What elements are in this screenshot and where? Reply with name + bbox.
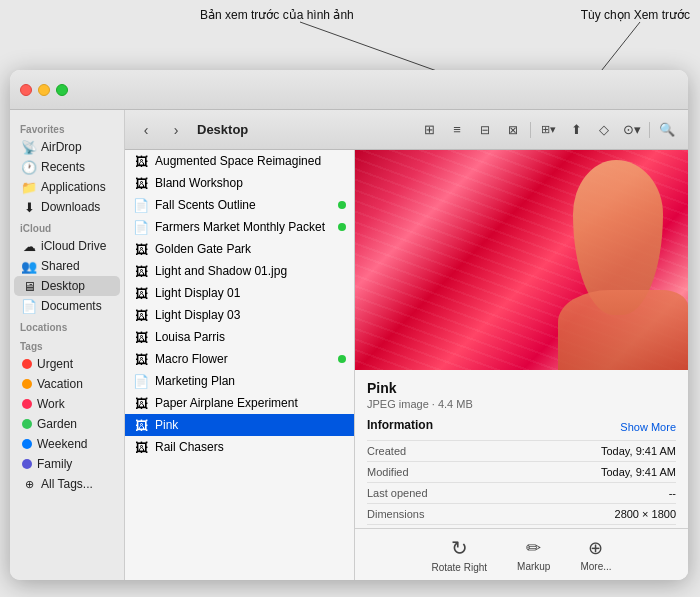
- sidebar-item-recents[interactable]: 🕐 Recents: [14, 157, 120, 177]
- file-icon: 📄: [133, 197, 149, 213]
- airdrop-label: AirDrop: [41, 140, 82, 154]
- row-label: Dimensions: [367, 504, 447, 525]
- file-icon: 🖼: [133, 351, 149, 367]
- sidebar-item-garden[interactable]: Garden: [14, 414, 120, 434]
- back-button[interactable]: ‹: [133, 119, 159, 141]
- weekend-dot: [22, 439, 32, 449]
- show-more-link[interactable]: Show More: [620, 421, 676, 433]
- rotate-right-button[interactable]: ↻ Rotate Right: [431, 536, 487, 573]
- file-item-bland[interactable]: 🖼 Bland Workshop: [125, 172, 354, 194]
- file-icon: 🖼: [133, 439, 149, 455]
- row-value: 2800 × 1800: [447, 504, 676, 525]
- markup-icon: ✏: [526, 537, 541, 559]
- body-shape: [558, 290, 688, 370]
- maximize-button[interactable]: [56, 84, 68, 96]
- table-row: Modified Today, 9:41 AM: [367, 462, 676, 483]
- file-name: Light and Shadow 01.jpg: [155, 264, 346, 278]
- sidebar-item-all-tags[interactable]: ⊕ All Tags...: [14, 474, 120, 494]
- recents-label: Recents: [41, 160, 85, 174]
- file-item-augmented[interactable]: 🖼 Augmented Space Reimagined: [125, 150, 354, 172]
- work-dot: [22, 399, 32, 409]
- garden-label: Garden: [37, 417, 77, 431]
- file-name: Louisa Parris: [155, 330, 346, 344]
- gallery-view-button[interactable]: ⊠: [500, 119, 526, 141]
- list-view-button[interactable]: ≡: [444, 119, 470, 141]
- file-item-light-display-01[interactable]: 🖼 Light Display 01: [125, 282, 354, 304]
- file-name: Golden Gate Park: [155, 242, 346, 256]
- favorites-section-label: Favorites: [10, 118, 124, 137]
- weekend-label: Weekend: [37, 437, 87, 451]
- sidebar-item-desktop[interactable]: 🖥 Desktop: [14, 276, 120, 296]
- file-item-macro-flower[interactable]: 🖼 Macro Flower: [125, 348, 354, 370]
- close-button[interactable]: [20, 84, 32, 96]
- forward-button[interactable]: ›: [163, 119, 189, 141]
- file-item-light-shadow[interactable]: 🖼 Light and Shadow 01.jpg: [125, 260, 354, 282]
- file-item-golden[interactable]: 🖼 Golden Gate Park: [125, 238, 354, 260]
- sidebar-item-downloads[interactable]: ⬇ Downloads: [14, 197, 120, 217]
- file-icon: 🖼: [133, 285, 149, 301]
- table-row: Dimensions 2800 × 1800: [367, 504, 676, 525]
- file-preview-area: 🖼 Augmented Space Reimagined 🖼 Bland Wor…: [125, 150, 688, 580]
- vacation-label: Vacation: [37, 377, 83, 391]
- icon-view-button[interactable]: ⊞: [416, 119, 442, 141]
- file-name: Rail Chasers: [155, 440, 346, 454]
- more-label: More...: [580, 561, 611, 572]
- shared-label: Shared: [41, 259, 80, 273]
- sidebar-item-airdrop[interactable]: 📡 AirDrop: [14, 137, 120, 157]
- icloud-drive-icon: ☁: [22, 239, 36, 253]
- file-item-paper-airplane[interactable]: 🖼 Paper Airplane Experiment: [125, 392, 354, 414]
- applications-label: Applications: [41, 180, 106, 194]
- file-icon: 🖼: [133, 175, 149, 191]
- vacation-dot: [22, 379, 32, 389]
- icloud-drive-label: iCloud Drive: [41, 239, 106, 253]
- sidebar: Favorites 📡 AirDrop 🕐 Recents 📁 Applicat…: [10, 110, 125, 580]
- image-preview-annotation: Bản xem trước của hình ảnh: [200, 8, 354, 22]
- file-item-pink[interactable]: 🖼 Pink: [125, 414, 354, 436]
- file-icon: 🖼: [133, 395, 149, 411]
- search-button[interactable]: 🔍: [654, 119, 680, 141]
- preview-options-annotation: Tùy chọn Xem trước: [581, 8, 690, 22]
- locations-section-label: Locations: [10, 316, 124, 335]
- annotation-area: Bản xem trước của hình ảnh Tùy chọn Xem …: [0, 0, 700, 597]
- file-area: ‹ › Desktop ⊞ ≡ ⊟ ⊠ ⊞▾ ⬆ ◇ ⊙▾ 🔍: [125, 110, 688, 580]
- quicklook-button[interactable]: ⊙▾: [619, 119, 645, 141]
- column-view-button[interactable]: ⊟: [472, 119, 498, 141]
- action-menu-button[interactable]: ⊞▾: [535, 119, 561, 141]
- markup-label: Markup: [517, 561, 550, 572]
- sidebar-item-work[interactable]: Work: [14, 394, 120, 414]
- file-item-rail[interactable]: 🖼 Rail Chasers: [125, 436, 354, 458]
- sidebar-item-urgent[interactable]: Urgent: [14, 354, 120, 374]
- file-icon: 🖼: [133, 153, 149, 169]
- preview-panel: Pink JPEG image · 4.4 MB Information Sho…: [355, 150, 688, 580]
- sidebar-item-family[interactable]: Family: [14, 454, 120, 474]
- file-item-marketing[interactable]: 📄 Marketing Plan: [125, 370, 354, 392]
- minimize-button[interactable]: [38, 84, 50, 96]
- tag-button[interactable]: ◇: [591, 119, 617, 141]
- markup-button[interactable]: ✏ Markup: [517, 537, 550, 572]
- toolbar-separator-1: [530, 122, 531, 138]
- file-item-fall[interactable]: 📄 Fall Scents Outline: [125, 194, 354, 216]
- urgent-dot: [22, 359, 32, 369]
- downloads-icon: ⬇: [22, 200, 36, 214]
- sidebar-item-shared[interactable]: 👥 Shared: [14, 256, 120, 276]
- traffic-lights: [20, 84, 68, 96]
- more-button[interactable]: ⊕ More...: [580, 537, 611, 572]
- file-item-farmers[interactable]: 📄 Farmers Market Monthly Packet: [125, 216, 354, 238]
- sidebar-item-weekend[interactable]: Weekend: [14, 434, 120, 454]
- file-item-louisa[interactable]: 🖼 Louisa Parris: [125, 326, 354, 348]
- row-label: Last opened: [367, 483, 447, 504]
- toolbar-separator-2: [649, 122, 650, 138]
- file-item-light-display-03[interactable]: 🖼 Light Display 03: [125, 304, 354, 326]
- sidebar-item-vacation[interactable]: Vacation: [14, 374, 120, 394]
- sidebar-item-icloud-drive[interactable]: ☁ iCloud Drive: [14, 236, 120, 256]
- all-tags-label: All Tags...: [41, 477, 93, 491]
- file-name: Paper Airplane Experiment: [155, 396, 346, 410]
- file-list: 🖼 Augmented Space Reimagined 🖼 Bland Wor…: [125, 150, 355, 580]
- file-name: Pink: [155, 418, 346, 432]
- recents-icon: 🕐: [22, 160, 36, 174]
- sidebar-item-applications[interactable]: 📁 Applications: [14, 177, 120, 197]
- sidebar-item-documents[interactable]: 📄 Documents: [14, 296, 120, 316]
- file-icon: 🖼: [133, 307, 149, 323]
- share-button[interactable]: ⬆: [563, 119, 589, 141]
- file-name: Augmented Space Reimagined: [155, 154, 346, 168]
